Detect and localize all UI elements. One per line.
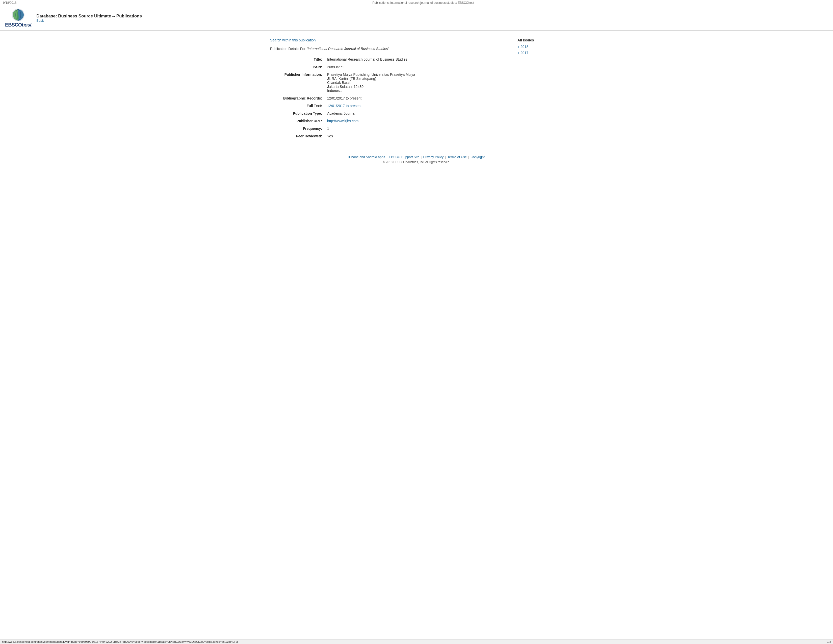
footer-link[interactable]: iPhone and Android apps (348, 155, 385, 159)
field-value: Prasetiya Mulya Publishing, Universitas … (326, 71, 507, 95)
footer-separator: | (421, 155, 421, 159)
footer-link[interactable]: EBSCO Support Site (389, 155, 420, 159)
field-value: 2089-6271 (326, 63, 507, 71)
sidebar-issues: + 2018+ 2017 (518, 45, 563, 55)
back-link[interactable]: Back (36, 19, 142, 23)
pub-details-prefix: Publication Details For (270, 47, 306, 51)
footer-link[interactable]: Privacy Policy (423, 155, 444, 159)
field-label: Publisher Information: (270, 71, 326, 95)
footer-separator: | (386, 155, 387, 159)
main-content: Search within this publication Publicati… (265, 31, 568, 145)
field-value: Academic Journal (326, 109, 507, 117)
field-label: Peer Reviewed: (270, 132, 326, 140)
pub-details-italic: "International Research Journal of Busin… (306, 47, 389, 51)
field-link[interactable]: 12/01/2017 to present (327, 104, 362, 108)
table-row: Frequency:1 (270, 125, 507, 132)
table-row: Publication Type:Academic Journal (270, 109, 507, 117)
logo-area: EBSCOhost (5, 8, 31, 28)
table-row: Publisher Information:Prasetiya Mulya Pu… (270, 71, 507, 95)
table-row: ISSN:2089-6271 (270, 63, 507, 71)
header: EBSCOhost Database: Business Source Ulti… (0, 6, 833, 31)
table-row: Title:International Research Journal of … (270, 56, 507, 63)
address-line: Jl. RA. Kartini (TB Simatupang) (327, 77, 506, 80)
tab-date: 9/18/2018 (3, 1, 16, 5)
field-value: 12/01/2017 to present (326, 95, 507, 102)
pub-details-title: Publication Details For "International R… (270, 47, 507, 53)
field-label: Publication Type: (270, 109, 326, 117)
field-value: International Research Journal of Busine… (326, 56, 507, 63)
tab-title: Publications: international research jou… (372, 1, 474, 5)
right-panel: All Issues + 2018+ 2017 (518, 38, 563, 140)
address-line: Prasetiya Mulya Publishing, Universitas … (327, 72, 506, 77)
left-panel: Search within this publication Publicati… (270, 38, 518, 140)
issue-year-link[interactable]: + 2018 (518, 45, 563, 49)
ebsco-logo-icon (11, 8, 25, 22)
table-row: Bibliographic Records:12/01/2017 to pres… (270, 95, 507, 102)
table-row: Peer Reviewed:Yes (270, 132, 507, 140)
field-value: 1 (326, 125, 507, 132)
field-value[interactable]: http://www.irjbs.com (326, 117, 507, 125)
table-row: Full Text:12/01/2017 to present (270, 102, 507, 109)
db-title: Database: Business Source Ultimate -- Pu… (36, 14, 142, 19)
field-label: ISSN: (270, 63, 326, 71)
header-title-area: Database: Business Source Ultimate -- Pu… (36, 14, 142, 23)
address-line: Cilandak Barat, (327, 80, 506, 85)
field-label: Frequency: (270, 125, 326, 132)
footer-links: iPhone and Android apps|EBSCO Support Si… (5, 155, 828, 159)
issue-year-link[interactable]: + 2017 (518, 51, 563, 55)
field-label: Bibliographic Records: (270, 95, 326, 102)
field-value[interactable]: 12/01/2017 to present (326, 102, 507, 109)
browser-tab-bar: 9/18/2018 Publications: international re… (0, 0, 833, 6)
logo-text: EBSCOhost (5, 22, 31, 28)
footer-separator: | (468, 155, 469, 159)
all-issues-heading: All Issues (518, 38, 563, 42)
field-label: Full Text: (270, 102, 326, 109)
address-line: Indonesia (327, 89, 506, 93)
table-row: Publisher URL:http://www.irjbs.com (270, 117, 507, 125)
footer-link[interactable]: Terms of Use (447, 155, 467, 159)
address-line: Jakarta Selatan, 12430 (327, 85, 506, 89)
field-label: Publisher URL: (270, 117, 326, 125)
field-label: Title: (270, 56, 326, 63)
field-value: Yes (326, 132, 507, 140)
footer: iPhone and Android apps|EBSCO Support Si… (0, 145, 833, 169)
search-within-link[interactable]: Search within this publication (270, 38, 316, 42)
details-table: Title:International Research Journal of … (270, 56, 507, 140)
footer-copyright: © 2018 EBSCO Industries, Inc. All rights… (5, 160, 828, 164)
field-link[interactable]: http://www.irjbs.com (327, 119, 359, 123)
footer-link[interactable]: Copyright (471, 155, 485, 159)
footer-separator: | (445, 155, 446, 159)
